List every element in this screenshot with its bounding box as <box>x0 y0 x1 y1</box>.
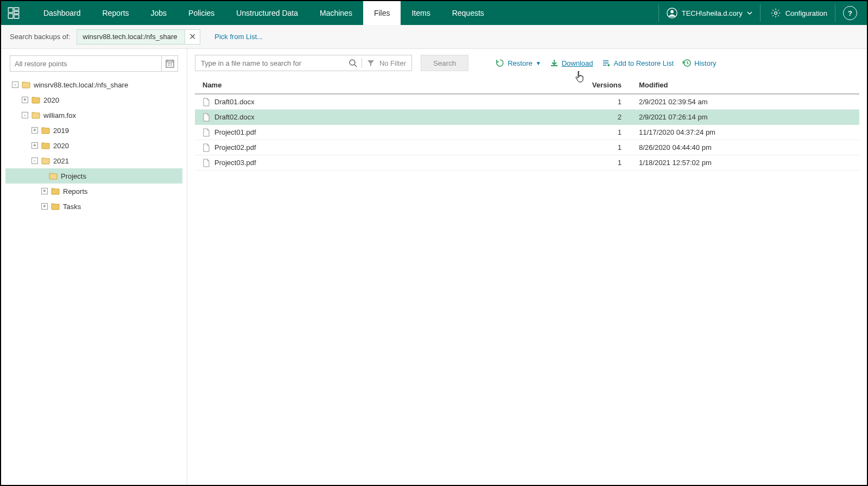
tree-item[interactable]: +2019 <box>5 123 182 138</box>
add-list-icon <box>602 59 611 67</box>
nav-tab-jobs[interactable]: Jobs <box>140 1 178 25</box>
history-icon <box>682 59 691 67</box>
user-menu[interactable]: TECH\sheila.d.cory <box>658 4 761 22</box>
configuration-link[interactable]: Configuration <box>763 4 835 22</box>
table-row[interactable]: Draft02.docx22/9/2021 07:26:14 pm <box>195 110 859 125</box>
download-icon <box>550 59 559 67</box>
add-to-restore-list-button[interactable]: Add to Restore List <box>602 59 674 67</box>
gear-icon <box>770 8 781 18</box>
nav-tab-machines[interactable]: Machines <box>309 1 363 25</box>
tree-item[interactable]: Projects <box>5 168 182 184</box>
svg-point-1 <box>670 10 674 14</box>
tree-item[interactable]: +Reports <box>5 184 182 199</box>
app-logo-icon <box>5 5 22 21</box>
nav-tab-items[interactable]: Items <box>401 1 441 25</box>
table-header: Name Versions Modified <box>195 76 859 94</box>
svg-point-2 <box>774 12 777 15</box>
search-icon[interactable] <box>344 59 362 67</box>
nav-tab-reports[interactable]: Reports <box>92 1 140 25</box>
restore-icon <box>496 59 504 67</box>
backup-source-input[interactable] <box>77 33 185 41</box>
top-nav: DashboardReportsJobsPoliciesUnstructured… <box>1 1 867 25</box>
help-button[interactable]: ? <box>843 6 857 20</box>
content-pane: No Filter Search Restore ▼ Download Add … <box>187 49 867 485</box>
restore-button[interactable]: Restore ▼ <box>496 59 541 67</box>
filter-icon[interactable] <box>362 59 379 67</box>
config-label: Configuration <box>785 9 827 17</box>
search-context-bar: Search backups of: ✕ Pick from List... <box>1 25 867 49</box>
restore-points-input[interactable] <box>10 60 161 68</box>
user-icon <box>667 8 677 18</box>
col-header-versions[interactable]: Versions <box>582 81 631 89</box>
tree-item[interactable]: +2020 <box>5 92 182 108</box>
download-button[interactable]: Download <box>550 59 593 67</box>
nav-tab-dashboard[interactable]: Dashboard <box>33 1 92 25</box>
content-toolbar: No Filter Search Restore ▼ Download Add … <box>195 53 859 73</box>
sidebar: -winsrv88.tech.local:/nfs_share+2020-wil… <box>1 49 187 485</box>
backup-source-chip: ✕ <box>77 29 200 45</box>
no-filter-label: No Filter <box>379 59 411 67</box>
user-label: TECH\sheila.d.cory <box>682 9 743 17</box>
tree-item[interactable]: +Tasks <box>5 199 182 214</box>
nav-tab-policies[interactable]: Policies <box>178 1 225 25</box>
nav-tab-unstructured-data[interactable]: Unstructured Data <box>225 1 309 25</box>
nav-tabs: DashboardReportsJobsPoliciesUnstructured… <box>33 1 495 25</box>
nav-tab-requests[interactable]: Requests <box>441 1 495 25</box>
file-search-input[interactable] <box>195 59 344 67</box>
tree-item[interactable]: -william.fox <box>5 108 182 123</box>
folder-tree: -winsrv88.tech.local:/nfs_share+2020-wil… <box>5 77 182 214</box>
search-backups-label: Search backups of: <box>10 33 70 41</box>
clear-source-button[interactable]: ✕ <box>185 30 200 44</box>
history-button[interactable]: History <box>682 59 716 67</box>
tree-item[interactable]: -2021 <box>5 153 182 168</box>
calendar-icon[interactable] <box>161 56 178 71</box>
tree-item[interactable]: +2020 <box>5 138 182 153</box>
tree-item[interactable]: -winsrv88.tech.local:/nfs_share <box>5 77 182 92</box>
table-row[interactable]: Draft01.docx12/9/2021 02:39:54 am <box>195 94 859 110</box>
chevron-down-icon <box>747 10 752 16</box>
col-header-modified[interactable]: Modified <box>631 81 859 89</box>
file-table: Name Versions Modified Draft01.docx12/9/… <box>195 76 859 171</box>
nav-tab-files[interactable]: Files <box>363 1 401 25</box>
chevron-down-icon: ▼ <box>536 60 541 66</box>
svg-point-4 <box>350 60 355 65</box>
col-header-name[interactable]: Name <box>195 81 582 89</box>
file-search-box: No Filter <box>195 55 412 71</box>
table-row[interactable]: Project01.pdf111/17/2020 04:37:24 pm <box>195 125 859 140</box>
table-row[interactable]: Project03.pdf11/18/2021 12:57:02 pm <box>195 155 859 171</box>
search-button[interactable]: Search <box>421 55 468 71</box>
table-row[interactable]: Project02.pdf18/26/2020 04:44:40 pm <box>195 140 859 155</box>
restore-points-picker[interactable] <box>10 55 178 72</box>
pick-from-list-link[interactable]: Pick from List... <box>214 33 263 41</box>
